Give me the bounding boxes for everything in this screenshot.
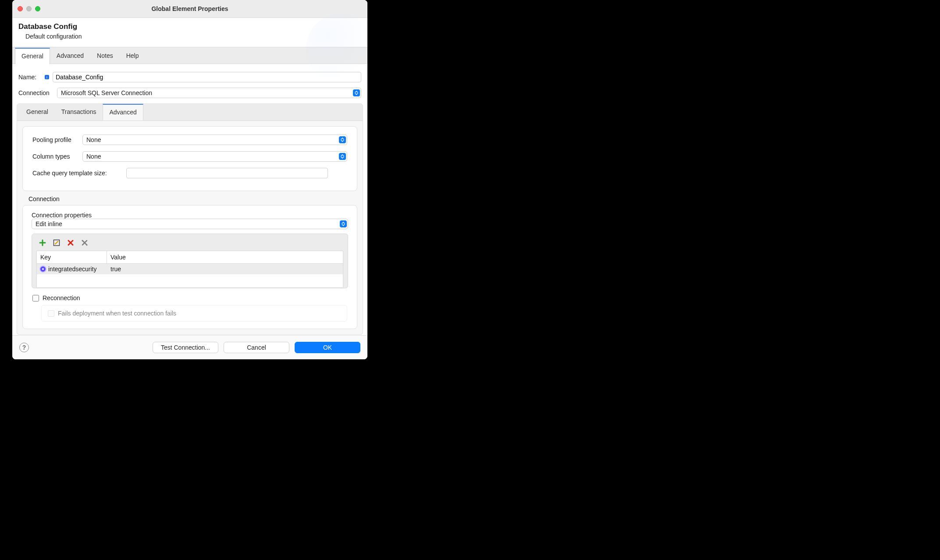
row-key: integratedsecurity — [48, 266, 97, 273]
inner-tab-transactions[interactable]: Transactions — [55, 104, 103, 121]
advanced-card: Pooling profile None Column types N — [22, 126, 357, 191]
svg-point-1 — [82, 240, 83, 241]
props-table-head: Key Value — [37, 251, 343, 264]
connection-select-value: Microsoft SQL Server Connection — [61, 89, 152, 96]
connection-panel: General Transactions Advanced Pooling pr… — [17, 103, 363, 335]
page-title: Database Config — [18, 22, 361, 31]
connection-select[interactable]: Microsoft SQL Server Connection — [57, 88, 361, 98]
name-label: Name: — [18, 74, 41, 81]
reconnection-checkbox[interactable]: Reconnection — [32, 294, 347, 301]
props-table-box: Key Value integratedsecurity — [32, 234, 348, 288]
inner-tabs: General Transactions Advanced — [17, 104, 363, 121]
reconnection-block: Reconnection Fails deployment when test … — [32, 294, 347, 322]
add-icon[interactable] — [38, 238, 47, 247]
fails-input — [48, 310, 54, 317]
row-value: true — [107, 264, 343, 274]
ok-button[interactable]: OK — [295, 342, 360, 353]
props-table: Key Value integratedsecurity — [36, 251, 343, 288]
props-toolbar — [36, 238, 343, 251]
col-key: Key — [37, 251, 107, 263]
edit-icon[interactable] — [52, 238, 61, 247]
maximize-window-button[interactable] — [35, 6, 40, 11]
window-controls — [18, 6, 40, 11]
column-types-value: None — [86, 153, 101, 160]
pooling-label: Pooling profile — [32, 136, 76, 143]
chevron-up-down-icon — [339, 153, 346, 160]
info-icon: i — [45, 75, 49, 79]
column-types-select[interactable]: None — [82, 151, 347, 162]
svg-point-2 — [86, 245, 87, 246]
tab-advanced[interactable]: Advanced — [50, 48, 90, 64]
conn-props-select[interactable]: Edit inline — [32, 219, 348, 229]
window-title: Global Element Properties — [12, 5, 367, 12]
dialog-footer: ? Test Connection... Cancel OK — [12, 335, 367, 359]
name-row: Name: i — [18, 72, 361, 82]
column-types-row: Column types None — [32, 151, 347, 162]
help-icon[interactable]: ? — [19, 343, 29, 352]
cache-input[interactable] — [126, 168, 328, 178]
cache-label: Cache query template size: — [32, 170, 117, 177]
connection-row: Connection Microsoft SQL Server Connecti… — [18, 88, 361, 98]
test-connection-button[interactable]: Test Connection... — [153, 342, 218, 353]
cancel-button[interactable]: Cancel — [224, 342, 289, 353]
conn-props-label: Connection properties — [32, 212, 92, 219]
tools-icon[interactable] — [80, 238, 89, 247]
col-value: Value — [107, 251, 343, 263]
pooling-value: None — [86, 136, 101, 143]
titlebar: Global Element Properties — [12, 0, 367, 18]
delete-icon[interactable] — [66, 238, 75, 247]
pooling-row: Pooling profile None — [32, 135, 347, 145]
tab-notes[interactable]: Notes — [90, 48, 120, 64]
inner-tab-general[interactable]: General — [20, 104, 55, 121]
chevron-up-down-icon — [339, 136, 346, 143]
conn-props-value: Edit inline — [36, 220, 62, 227]
chevron-up-down-icon — [353, 89, 360, 96]
inner-tab-advanced[interactable]: Advanced — [103, 104, 143, 121]
chevron-up-down-icon — [340, 220, 347, 227]
tab-help[interactable]: Help — [120, 48, 146, 64]
row-type-icon — [39, 266, 46, 273]
connection-heading: Connection — [28, 195, 357, 202]
reconnection-label: Reconnection — [43, 294, 80, 301]
minimize-window-button[interactable] — [26, 6, 32, 11]
column-types-label: Column types — [32, 153, 76, 160]
connection-subcard: Connection properties Edit inline — [22, 205, 357, 329]
cache-row: Cache query template size: — [32, 168, 347, 178]
reconnection-input[interactable] — [32, 295, 39, 301]
dialog-header: Database Config Default configuration — [12, 18, 367, 47]
inner-panel-body: Pooling profile None Column types N — [17, 121, 363, 334]
name-input[interactable] — [53, 72, 361, 82]
content-area: Name: i Connection Microsoft SQL Server … — [12, 64, 367, 335]
connection-label: Connection — [18, 89, 53, 96]
pooling-select[interactable]: None — [82, 135, 347, 145]
close-window-button[interactable] — [18, 6, 23, 11]
fails-checkbox: Fails deployment when test connection fa… — [48, 310, 341, 317]
table-row[interactable]: integratedsecurity true — [37, 264, 343, 274]
fails-label: Fails deployment when test connection fa… — [58, 310, 176, 317]
tab-general[interactable]: General — [15, 48, 50, 64]
table-blank — [37, 274, 343, 287]
dialog-window: Global Element Properties Database Confi… — [12, 0, 367, 359]
conn-props-row: Connection properties Edit inline — [32, 212, 348, 229]
reconnection-subpanel: Fails deployment when test connection fa… — [41, 305, 347, 322]
